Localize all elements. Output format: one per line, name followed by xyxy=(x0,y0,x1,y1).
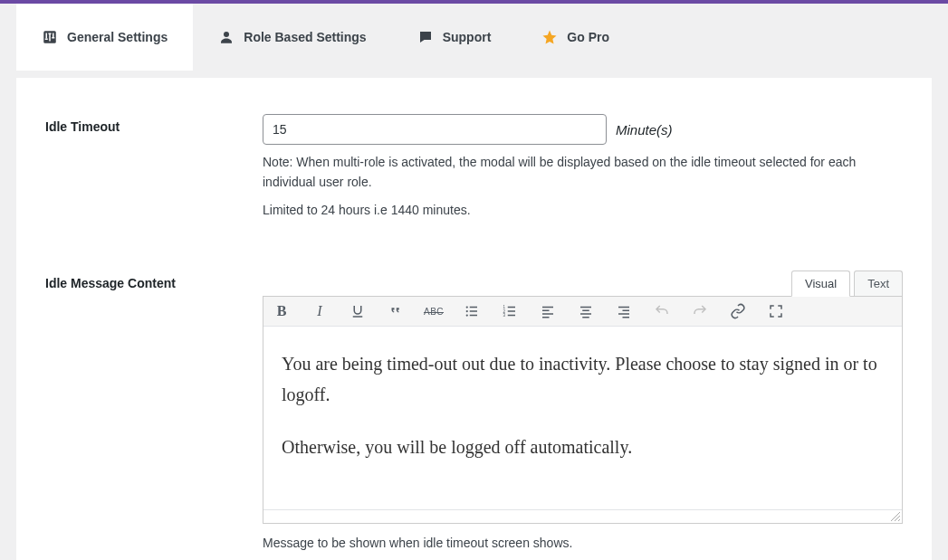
tab-go-pro[interactable]: Go Pro xyxy=(516,4,635,71)
svg-rect-20 xyxy=(508,315,515,317)
editor-content-area[interactable]: You are being timed-out out due to inact… xyxy=(263,327,902,509)
italic-button[interactable]: I xyxy=(311,302,329,320)
undo-button[interactable] xyxy=(653,302,671,320)
editor-tab-text[interactable]: Text xyxy=(854,271,903,296)
idle-timeout-input[interactable] xyxy=(263,114,607,145)
svg-rect-19 xyxy=(508,310,515,312)
editor-tab-visual[interactable]: Visual xyxy=(791,271,850,297)
svg-text:3: 3 xyxy=(503,313,506,318)
resize-handle-icon[interactable] xyxy=(889,510,900,521)
star-icon xyxy=(541,29,558,45)
svg-rect-22 xyxy=(542,310,550,312)
tab-general-settings[interactable]: General Settings xyxy=(16,4,193,71)
editor-statusbar xyxy=(263,509,902,523)
tab-strip: General Settings Role Based Settings Sup… xyxy=(0,0,948,71)
idle-timeout-note-1: Note: When multi-role is activated, the … xyxy=(263,152,903,193)
svg-line-35 xyxy=(898,519,900,521)
numbered-list-button[interactable]: 123 xyxy=(501,302,519,320)
svg-rect-2 xyxy=(45,39,48,41)
svg-point-7 xyxy=(224,32,229,37)
align-left-button[interactable] xyxy=(539,302,557,320)
person-icon xyxy=(218,29,235,45)
tab-label: Go Pro xyxy=(567,30,609,44)
row-idle-message: Idle Message Content Visual Text B I xyxy=(45,271,903,553)
svg-rect-21 xyxy=(542,307,553,308)
svg-rect-25 xyxy=(580,307,591,308)
svg-rect-4 xyxy=(49,33,52,35)
svg-rect-30 xyxy=(623,310,630,312)
align-right-button[interactable] xyxy=(615,302,633,320)
svg-rect-6 xyxy=(52,37,54,39)
chat-icon xyxy=(417,29,434,45)
svg-point-10 xyxy=(466,310,468,312)
strikethrough-button[interactable]: ABC xyxy=(425,302,443,320)
align-center-button[interactable] xyxy=(577,302,595,320)
svg-rect-14 xyxy=(470,315,477,317)
svg-rect-12 xyxy=(470,307,477,308)
blockquote-button[interactable] xyxy=(387,302,405,320)
svg-rect-3 xyxy=(49,34,51,42)
idle-timeout-unit: Minute(s) xyxy=(616,122,673,138)
svg-rect-28 xyxy=(582,317,589,318)
svg-rect-5 xyxy=(53,33,54,38)
svg-rect-27 xyxy=(580,313,591,315)
svg-rect-26 xyxy=(582,310,589,312)
svg-rect-24 xyxy=(542,317,550,318)
svg-point-11 xyxy=(466,315,468,317)
message-paragraph-1: You are being timed-out out due to inact… xyxy=(282,348,884,410)
underline-button[interactable] xyxy=(349,302,367,320)
tab-role-based-settings[interactable]: Role Based Settings xyxy=(193,4,391,71)
tab-label: Role Based Settings xyxy=(244,30,366,44)
editor-mode-tabs: Visual Text xyxy=(263,271,903,296)
svg-rect-13 xyxy=(470,310,477,312)
fullscreen-button[interactable] xyxy=(767,302,785,320)
editor-toolbar: B I ABC 123 xyxy=(263,297,902,327)
rich-text-editor: B I ABC 123 xyxy=(263,296,903,524)
svg-rect-23 xyxy=(542,313,553,315)
idle-message-description: Message to be shown when idle timeout sc… xyxy=(263,533,903,553)
bold-button[interactable]: B xyxy=(273,302,291,320)
idle-timeout-note-2: Limited to 24 hours i.e 1440 minutes. xyxy=(263,200,903,220)
svg-rect-29 xyxy=(618,307,629,308)
svg-rect-31 xyxy=(618,313,629,315)
idle-message-label: Idle Message Content xyxy=(45,271,263,290)
svg-rect-32 xyxy=(623,317,630,318)
sliders-icon xyxy=(42,29,58,45)
message-paragraph-2: Otherwise, you will be logged off automa… xyxy=(282,432,884,462)
tab-label: General Settings xyxy=(67,30,168,44)
bullet-list-button[interactable] xyxy=(463,302,481,320)
svg-rect-18 xyxy=(508,307,515,308)
redo-button[interactable] xyxy=(691,302,709,320)
idle-timeout-label: Idle Timeout xyxy=(45,114,263,134)
tab-label: Support xyxy=(443,30,492,44)
svg-point-9 xyxy=(466,307,468,308)
link-button[interactable] xyxy=(729,302,747,320)
tab-support[interactable]: Support xyxy=(392,4,517,71)
settings-panel: Idle Timeout Minute(s) Note: When multi-… xyxy=(16,78,932,560)
svg-rect-1 xyxy=(46,33,48,39)
row-idle-timeout: Idle Timeout Minute(s) Note: When multi-… xyxy=(45,114,903,220)
